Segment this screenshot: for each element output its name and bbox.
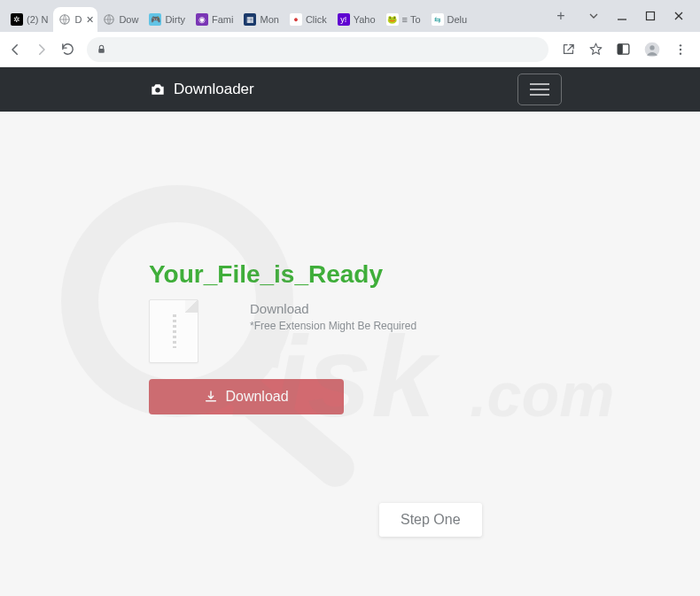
kebab-menu-icon[interactable]	[673, 43, 688, 57]
svg-rect-2	[647, 12, 655, 20]
omnibox[interactable]	[87, 37, 548, 62]
close-window-button[interactable]	[673, 11, 684, 21]
maximize-button[interactable]	[645, 11, 656, 21]
camera-icon	[149, 81, 167, 98]
browser-tab[interactable]: ●Click	[284, 7, 332, 32]
svg-point-10	[680, 52, 681, 54]
tab-label: ≡ To	[402, 14, 421, 25]
tab-label: D	[74, 14, 82, 25]
file-info-row: Download *Free Extension Might Be Requir…	[149, 299, 551, 363]
page-content: Your_File_is_Ready Download *Free Extens…	[0, 112, 700, 596]
browser-tab[interactable]: ◉Fami	[191, 7, 238, 32]
minimize-button[interactable]	[617, 11, 627, 21]
hamburger-menu-button[interactable]	[517, 74, 562, 105]
brand-label: Downloader	[174, 81, 254, 98]
favicon-icon: ●	[290, 13, 302, 26]
file-text-block: Download *Free Extension Might Be Requir…	[250, 299, 416, 332]
tab-label: Dirty	[165, 14, 185, 25]
profile-avatar-icon[interactable]	[643, 41, 661, 58]
browser-tab[interactable]: ✲(2) N	[5, 7, 53, 32]
favicon-icon	[103, 13, 115, 26]
zip-file-icon	[149, 299, 198, 363]
svg-point-11	[155, 88, 160, 93]
toolbar-right	[556, 41, 693, 58]
favicon-icon: ▦	[244, 13, 256, 26]
download-icon	[204, 390, 218, 404]
favicon-icon: 🐸	[386, 13, 399, 26]
step-tooltip: Step One	[379, 503, 482, 537]
reload-button[interactable]	[60, 42, 80, 57]
favicon-icon	[58, 13, 71, 26]
svg-rect-5	[618, 44, 623, 54]
new-tab-button[interactable]: +	[549, 8, 572, 24]
svg-point-7	[649, 45, 654, 50]
svg-point-8	[680, 44, 681, 46]
tab-label: (2) N	[27, 14, 48, 25]
side-panel-icon[interactable]	[616, 42, 631, 57]
tab-label: Fami	[212, 14, 233, 25]
window-buttons	[572, 11, 700, 21]
browser-tab[interactable]: ⇆Delu	[426, 7, 473, 32]
download-button-label: Download	[225, 389, 288, 405]
browser-tab[interactable]: D✕	[53, 7, 97, 32]
back-button[interactable]	[7, 42, 27, 58]
favicon-icon: ⇆	[432, 13, 444, 26]
bookmark-star-icon[interactable]	[588, 42, 603, 57]
svg-rect-3	[98, 49, 105, 53]
browser-tab[interactable]: 🐸≡ To	[381, 7, 426, 32]
lock-icon	[96, 43, 107, 55]
forward-button[interactable]	[34, 42, 53, 58]
file-subhead: Download	[250, 301, 416, 316]
tab-label: Mon	[260, 14, 278, 25]
favicon-icon: ◉	[196, 13, 208, 26]
tabs-container: ✲(2) ND✕Dow🎮Dirty◉Fami▦Mon●Clicky!Yaho🐸≡…	[0, 0, 549, 32]
browser-tab[interactable]: ▦Mon	[238, 7, 284, 32]
tab-label: Dow	[119, 14, 138, 25]
browser-tab[interactable]: 🎮Dirty	[144, 7, 191, 32]
site-navbar: Downloader	[0, 67, 700, 112]
file-note: *Free Extension Might Be Required	[250, 320, 416, 332]
download-button[interactable]: Download	[149, 379, 344, 414]
address-bar-row	[0, 32, 700, 67]
browser-tab[interactable]: y!Yaho	[332, 7, 381, 32]
chevron-down-icon[interactable]	[588, 11, 599, 21]
browser-tabstrip: ✲(2) ND✕Dow🎮Dirty◉Fami▦Mon●Clicky!Yaho🐸≡…	[0, 0, 700, 32]
tab-label: Delu	[447, 14, 468, 25]
favicon-icon: y!	[338, 13, 350, 26]
tab-label: Yaho	[354, 14, 376, 25]
favicon-icon: ✲	[11, 13, 23, 26]
browser-tab[interactable]: Dow	[97, 7, 144, 32]
site-brand[interactable]: Downloader	[149, 81, 254, 98]
share-icon[interactable]	[561, 42, 576, 57]
close-tab-icon[interactable]: ✕	[86, 14, 94, 26]
tab-label: Click	[306, 14, 327, 25]
svg-point-9	[680, 48, 681, 50]
favicon-icon: 🎮	[149, 13, 161, 26]
page-heading: Your_File_is_Ready	[149, 112, 551, 289]
